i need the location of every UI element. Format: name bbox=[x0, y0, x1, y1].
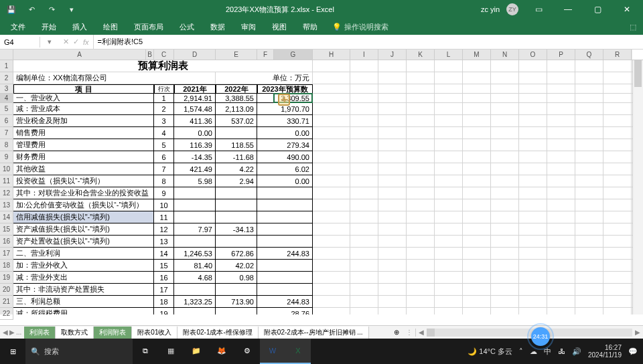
cell[interactable] bbox=[491, 260, 519, 272]
row-header-10[interactable]: 10 bbox=[0, 163, 13, 175]
cell[interactable] bbox=[575, 151, 603, 163]
cell[interactable]: 42.02 bbox=[216, 260, 257, 272]
cell[interactable] bbox=[435, 187, 463, 199]
cell[interactable] bbox=[603, 103, 632, 115]
cell[interactable]: 5 bbox=[154, 139, 174, 151]
cell[interactable] bbox=[257, 211, 274, 223]
cell[interactable] bbox=[435, 163, 463, 175]
cell[interactable] bbox=[547, 84, 575, 94]
tray-network-icon[interactable]: 🖧 bbox=[558, 347, 565, 355]
cell[interactable] bbox=[174, 308, 216, 314]
cell[interactable] bbox=[491, 163, 519, 175]
cell[interactable] bbox=[435, 296, 463, 308]
sheet-tab-2[interactable]: 利润附表 bbox=[94, 327, 132, 339]
cell[interactable] bbox=[463, 211, 491, 223]
cell[interactable] bbox=[575, 296, 603, 308]
cell[interactable]: 244.83 bbox=[274, 296, 313, 308]
cell[interactable] bbox=[313, 296, 350, 308]
cell[interactable] bbox=[519, 284, 547, 296]
cell[interactable] bbox=[435, 284, 463, 296]
cell[interactable] bbox=[174, 284, 216, 296]
cell[interactable] bbox=[575, 94, 603, 103]
cell[interactable]: 537.02 bbox=[216, 115, 257, 127]
col-header-M[interactable]: M bbox=[463, 50, 491, 60]
cell[interactable] bbox=[378, 163, 407, 175]
cell[interactable] bbox=[350, 272, 378, 284]
recording-timer-badge[interactable]: 24:31 bbox=[531, 327, 550, 346]
cell[interactable] bbox=[491, 211, 519, 223]
cell[interactable] bbox=[463, 127, 491, 139]
cell[interactable] bbox=[547, 139, 575, 151]
spreadsheet-grid[interactable]: ABCDEFGHIJKLMNOPQRS 12345678910111213141… bbox=[0, 50, 643, 325]
cell[interactable] bbox=[603, 60, 632, 72]
cell[interactable] bbox=[603, 163, 632, 175]
cell[interactable]: -34.13 bbox=[216, 223, 257, 236]
cell[interactable] bbox=[463, 223, 491, 236]
cell[interactable] bbox=[575, 84, 603, 94]
cell[interactable] bbox=[378, 211, 407, 223]
cell[interactable] bbox=[378, 284, 407, 296]
cell[interactable] bbox=[575, 163, 603, 175]
cell[interactable]: 减：营业成本 bbox=[13, 103, 154, 115]
cell[interactable]: 19 bbox=[154, 308, 174, 314]
row-header-8[interactable]: 8 bbox=[0, 139, 13, 151]
cell[interactable] bbox=[491, 103, 519, 115]
cell[interactable] bbox=[547, 60, 575, 72]
cell[interactable] bbox=[575, 284, 603, 296]
cell[interactable]: 12 bbox=[154, 223, 174, 236]
cell[interactable] bbox=[378, 151, 407, 163]
tab-nav-next-icon[interactable]: ▶ bbox=[9, 329, 15, 336]
cell[interactable] bbox=[435, 248, 463, 260]
cell[interactable] bbox=[378, 103, 407, 115]
cell[interactable] bbox=[435, 199, 463, 211]
cell[interactable] bbox=[491, 115, 519, 127]
cell[interactable] bbox=[603, 94, 632, 103]
row-header-9[interactable]: 9 bbox=[0, 151, 13, 163]
tab-nav-prev-icon[interactable]: ◀ bbox=[3, 329, 8, 336]
cell[interactable] bbox=[407, 163, 435, 175]
cell[interactable] bbox=[575, 115, 603, 127]
cell[interactable] bbox=[547, 72, 575, 84]
row-header-15[interactable]: 15 bbox=[0, 223, 13, 236]
col-header-D[interactable]: D bbox=[174, 50, 216, 60]
col-header-P[interactable]: P bbox=[547, 50, 575, 60]
cell[interactable]: -11.68 bbox=[216, 151, 257, 163]
cell[interactable] bbox=[547, 296, 575, 308]
row-header-6[interactable]: 6 bbox=[0, 115, 13, 127]
cell[interactable] bbox=[435, 72, 463, 84]
cell[interactable] bbox=[519, 60, 547, 72]
cell[interactable]: 490.00 bbox=[274, 151, 313, 163]
cell[interactable] bbox=[575, 308, 603, 314]
redo-icon[interactable]: ↷ bbox=[44, 2, 59, 17]
cell[interactable] bbox=[575, 139, 603, 151]
ribbon-tab-8[interactable]: 视图 bbox=[264, 19, 295, 35]
user-avatar[interactable]: ZY bbox=[506, 3, 518, 15]
row-header-7[interactable]: 7 bbox=[0, 127, 13, 139]
cell[interactable]: 1,323.25 bbox=[174, 296, 216, 308]
column-headers[interactable]: ABCDEFGHIJKLMNOPQRS bbox=[13, 50, 632, 60]
cell[interactable] bbox=[407, 175, 435, 187]
col-header-A[interactable]: A bbox=[13, 50, 146, 60]
cell[interactable] bbox=[463, 272, 491, 284]
cell[interactable] bbox=[274, 199, 313, 211]
cell[interactable] bbox=[274, 223, 313, 236]
row-header-3[interactable]: 3 bbox=[0, 84, 13, 94]
cell[interactable] bbox=[407, 260, 435, 272]
cell[interactable] bbox=[313, 72, 350, 84]
cell[interactable] bbox=[257, 103, 274, 115]
cell[interactable] bbox=[463, 60, 491, 72]
cell[interactable] bbox=[174, 187, 216, 199]
taskbar-search[interactable]: 🔍 搜索 bbox=[25, 339, 133, 364]
ribbon-tab-1[interactable]: 开始 bbox=[33, 19, 64, 35]
cell[interactable] bbox=[547, 151, 575, 163]
cell[interactable] bbox=[378, 260, 407, 272]
cell[interactable] bbox=[350, 211, 378, 223]
cell[interactable] bbox=[575, 60, 603, 72]
cell[interactable] bbox=[575, 260, 603, 272]
cell[interactable] bbox=[603, 236, 632, 248]
fx-icon[interactable]: fx bbox=[83, 38, 89, 46]
cell[interactable] bbox=[216, 284, 257, 296]
ribbon-options-icon[interactable]: ▭ bbox=[525, 0, 552, 19]
cell[interactable] bbox=[350, 175, 378, 187]
cell[interactable] bbox=[350, 72, 378, 84]
